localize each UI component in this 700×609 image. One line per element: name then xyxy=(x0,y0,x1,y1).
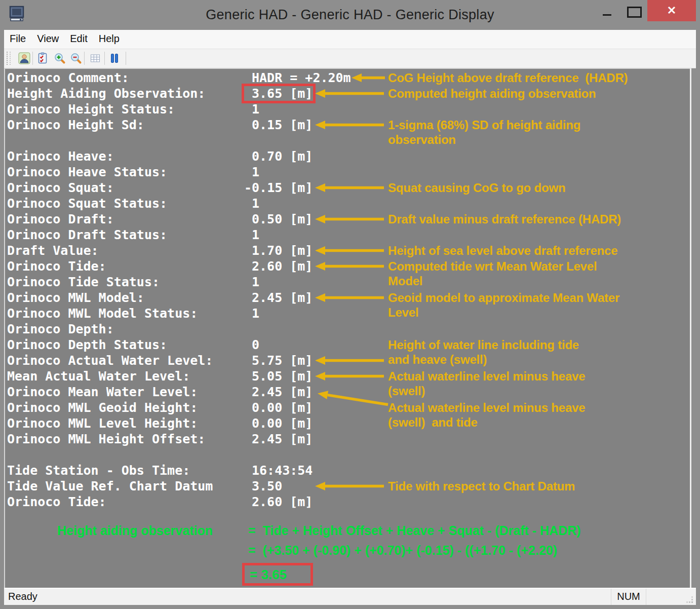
application-window: Generic HAD - Generic HAD - Generic Disp… xyxy=(0,0,700,609)
value-highlight-box xyxy=(242,84,316,103)
minimize-icon xyxy=(603,14,611,16)
annotation-line: Squat causing CoG to go down xyxy=(388,180,565,195)
row-value: 1 xyxy=(252,227,259,243)
checklist-button[interactable] xyxy=(35,51,50,65)
result-highlight-box xyxy=(242,563,313,586)
menu-item-edit[interactable]: Edit xyxy=(64,30,93,45)
annotation-text: Geoid model to approximate Mean WaterLev… xyxy=(388,290,619,320)
data-row: Orinoco Height Status:1 xyxy=(0,101,689,117)
close-icon: ✕ xyxy=(667,4,676,17)
grid-button[interactable] xyxy=(88,51,102,65)
data-row: Orinoco Depth: xyxy=(0,321,689,337)
row-label: Orinoco Depth Status: xyxy=(7,337,167,353)
data-row: Orinoco MWL Geoid Height:0.00 [m] xyxy=(0,400,689,415)
data-row: Orinoco MWL Level Height:0.00 [m] xyxy=(0,415,689,431)
row-label: Orinoco MWL Model Status: xyxy=(7,306,198,321)
row-value: 2.45 [m] xyxy=(252,290,313,306)
row-value: 2.60 [m] xyxy=(252,494,313,510)
row-value: 1 xyxy=(252,164,259,180)
row-value: 1.70 [m] xyxy=(252,243,313,258)
data-row: Orinoco Mean Water Level:2.45 [m] xyxy=(0,384,689,400)
row-label: Height Aiding Observation: xyxy=(7,86,205,101)
row-value: 1 xyxy=(252,274,259,290)
row-label: Orinoco Squat Status: xyxy=(7,196,167,211)
data-row: Orinoco Tide:2.60 [m] xyxy=(0,494,689,510)
data-row: Tide Station - Obs Time:16:43:54 xyxy=(0,463,689,478)
annotation-text: Actual waterline level minus heave(swell… xyxy=(388,400,585,430)
toolbar-separator xyxy=(32,52,33,65)
annotation-line: Computed height aiding observation xyxy=(388,86,596,101)
menu-item-file[interactable]: File xyxy=(4,30,31,45)
grid-icon xyxy=(89,52,101,64)
toolbar-separator xyxy=(104,52,105,65)
row-label: Orinoco Mean Water Level: xyxy=(7,384,198,400)
row-value: 0.15 [m] xyxy=(252,117,313,133)
annotation-line: (swell) and tide xyxy=(388,415,585,430)
num-lock-indicator: NUM xyxy=(611,589,646,605)
row-value: 2.60 [m] xyxy=(252,258,313,274)
menu-item-view[interactable]: View xyxy=(31,30,64,45)
row-label: Orinoco MWL Geoid Height: xyxy=(7,400,198,415)
row-value: 0.50 [m] xyxy=(252,211,313,227)
annotation-line: Actual waterline level minus heave xyxy=(388,369,585,384)
maximize-button[interactable] xyxy=(622,2,644,21)
row-value: 5.05 [m] xyxy=(252,368,313,384)
row-value: 2.45 [m] xyxy=(252,431,313,447)
annotation-text: Computed height aiding observation xyxy=(388,86,596,101)
pause-button[interactable] xyxy=(107,51,122,65)
resize-grip-icon[interactable] xyxy=(686,596,693,603)
row-label: Orinoco Comment: xyxy=(7,70,129,86)
annotation-text: 1-sigma (68%) SD of height aidingobserva… xyxy=(388,118,580,147)
data-row: Orinoco Draft Status:1 xyxy=(0,227,689,243)
row-label: Orinoco Tide Status: xyxy=(7,274,160,290)
zoom-in-button[interactable] xyxy=(53,51,67,65)
window-frame-right xyxy=(690,68,697,588)
close-button[interactable]: ✕ xyxy=(647,0,696,21)
data-row: Orinoco Depth Status:0 xyxy=(0,337,689,353)
minimize-button[interactable] xyxy=(597,2,617,21)
data-row: Mean Actual Water Level:5.05 [m] xyxy=(0,368,689,384)
zoom-in-icon xyxy=(54,52,66,64)
data-row: Tide Value Ref. Chart Datum3.50 xyxy=(0,478,689,494)
user-icon xyxy=(18,52,30,64)
user-button[interactable] xyxy=(17,51,31,65)
row-label: Orinoco Draft Status: xyxy=(7,227,167,243)
zoom-out-icon xyxy=(70,52,82,64)
data-row: Orinoco MWL Height Offset:2.45 [m] xyxy=(0,431,689,447)
row-label: Orinoco Tide: xyxy=(7,494,106,510)
row-label: Orinoco Heave Status: xyxy=(7,164,167,180)
data-row: Orinoco Height Sd:0.15 [m] xyxy=(0,117,689,133)
row-label: Mean Actual Water Level: xyxy=(7,368,190,384)
menu-item-help[interactable]: Help xyxy=(93,30,125,45)
data-row: Orinoco Heave:0.70 [m] xyxy=(0,148,689,164)
pause-icon xyxy=(108,52,121,64)
checklist-icon xyxy=(36,52,49,64)
toolbar-separator xyxy=(126,52,126,65)
row-label: Orinoco Tide: xyxy=(7,258,106,274)
row-value: 3.50 xyxy=(252,478,282,494)
data-row xyxy=(0,447,689,463)
annotation-line: Tide with respect to Chart Datum xyxy=(388,479,575,493)
row-value: 1 xyxy=(252,101,259,117)
row-value: 5.75 [m] xyxy=(252,353,313,368)
annotation-line: Geoid model to approximate Mean Water xyxy=(388,290,619,305)
status-message: Ready xyxy=(8,591,37,602)
row-label: Tide Value Ref. Chart Datum xyxy=(7,478,213,494)
row-value: 0.00 [m] xyxy=(252,415,313,431)
annotation-line: Height of sea level above draft referenc… xyxy=(388,243,617,258)
row-value: 0.00 [m] xyxy=(252,400,313,415)
row-value: 1 xyxy=(252,306,259,321)
formula-line: = Tide + Height Offset + Heave + Squat -… xyxy=(248,523,581,538)
annotation-line: 1-sigma (68%) SD of height aiding xyxy=(388,118,580,132)
row-label: Orinoco Height Status: xyxy=(7,101,175,117)
toolbar-grip[interactable] xyxy=(7,52,11,65)
data-row xyxy=(0,133,689,148)
row-value: 0 xyxy=(252,337,259,353)
annotation-line: Draft value minus draft reference (HADR) xyxy=(388,212,621,226)
row-label: Orinoco Draft: xyxy=(7,211,114,227)
formula-line: = (+3.50 + (-0.90) + (+0.70)+ (-0.15) - … xyxy=(248,543,557,558)
row-label: Draft Value: xyxy=(7,243,99,258)
zoom-out-button[interactable] xyxy=(69,51,83,65)
annotation-text: Squat causing CoG to go down xyxy=(388,180,565,195)
annotation-line: Level xyxy=(388,305,619,320)
